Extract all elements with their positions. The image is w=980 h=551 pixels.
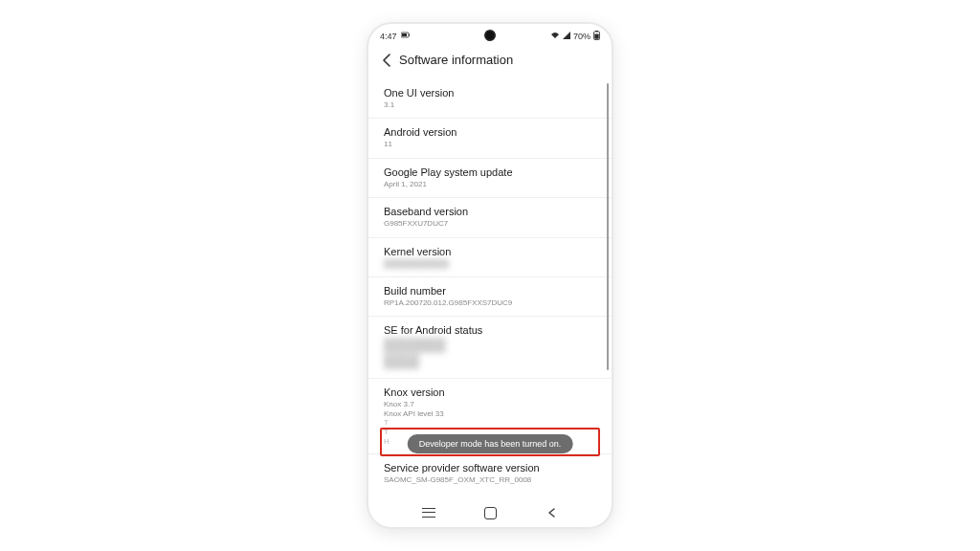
item-title: SE for Android status [384,324,596,336]
nav-back-icon[interactable] [546,507,558,518]
svg-rect-2 [402,33,407,36]
list-item-kernel[interactable]: Kernel version ████████████ [368,238,612,277]
item-subtitle: April 1, 2021 [384,180,596,189]
toast-message: Developer mode has been turned on. [408,434,573,453]
svg-rect-1 [409,34,410,36]
item-title: Google Play system update [384,166,596,178]
status-time: 4:47 [380,32,397,41]
item-subtitle-redacted: ███████████ [384,338,596,370]
camera-hole-icon [486,32,494,39]
battery-charging-icon [401,32,411,41]
item-subtitle: G985FXXU7DUC7 [384,219,596,229]
svg-rect-5 [594,34,598,39]
signal-icon [563,32,570,41]
battery-percent: 70% [573,32,590,41]
list-item-one-ui[interactable]: One UI version 3.1 [368,79,612,119]
page-title: Software information [399,53,513,67]
item-title: Knox version [384,386,596,398]
nav-home-icon[interactable] [484,507,497,519]
list-item-baseband[interactable]: Baseband version G985FXXU7DUC7 [368,198,612,237]
item-subtitle: 11 [384,140,596,149]
app-bar: Software information [368,47,612,77]
scrollbar[interactable] [607,83,609,370]
item-subtitle: 3.1 [384,100,596,110]
item-title: Build number [384,285,596,297]
list-item-play-update[interactable]: Google Play system update April 1, 2021 [368,159,612,198]
item-title: Android version [384,126,596,138]
list-item-build-number[interactable]: Build number RP1A.200720.012.G985FXXS7DU… [368,277,612,317]
back-icon[interactable] [382,54,391,67]
list-item-se-android[interactable]: SE for Android status ███████████ [368,317,612,379]
item-title: Kernel version [384,246,596,257]
list-item-service-provider[interactable]: Service provider software version SAOMC_… [368,454,612,493]
list-item-android[interactable]: Android version 11 [368,119,612,158]
nav-recents-icon[interactable] [422,508,435,518]
item-subtitle: SAOMC_SM-G985F_OXM_XTC_RR_0008 [384,475,596,485]
item-title: Service provider software version [384,462,596,474]
item-subtitle: RP1A.200720.012.G985FXXS7DUC9 [384,298,596,308]
phone-frame: 4:47 70% Softwa [368,24,612,527]
navigation-bar [368,498,612,527]
item-title: One UI version [384,87,596,99]
battery-icon [593,31,600,42]
item-title: Baseband version [384,206,596,217]
item-subtitle-redacted: ████████████ [384,259,596,269]
wifi-icon [550,32,560,41]
